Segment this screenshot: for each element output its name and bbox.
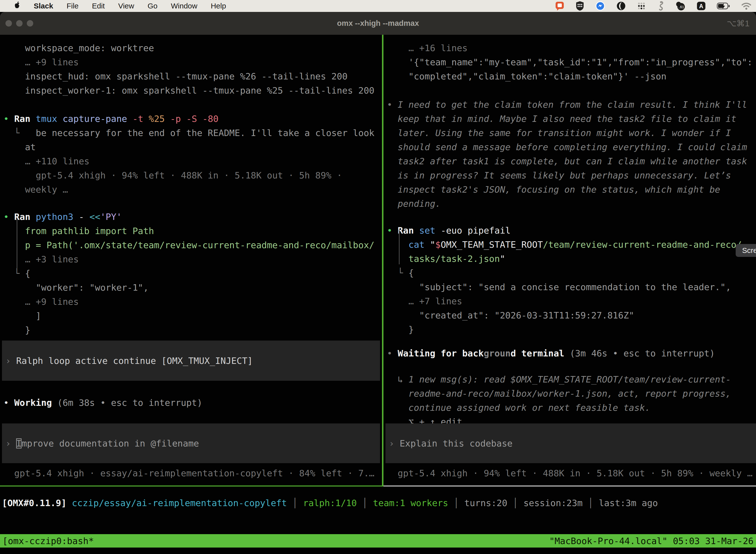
assistant-a-label: A <box>699 3 703 9</box>
terminal-line: p = Path('.omx/state/team/review-current… <box>3 238 375 252</box>
menu-app-name[interactable]: Slack <box>34 2 53 10</box>
terminal-line: inspect task2's JSON, focusing on the st… <box>387 182 747 197</box>
terminal-line: └ be necessary for the end of the README… <box>3 126 375 140</box>
shield-grid-icon[interactable] <box>575 1 584 11</box>
pane-worker-right[interactable]: … +16 lines '{"team_name":"my-team","tas… <box>383 35 756 520</box>
battery-icon[interactable] <box>717 2 730 10</box>
terminal-line: • I need to get the claim token from the… <box>387 98 747 112</box>
terminal-line: '{"team_name":"my-team","task_id":"1","f… <box>387 55 753 69</box>
window-titlebar: omx --xhigh --madmax ⌥⌘1 <box>0 12 756 35</box>
window-title: omx --xhigh --madmax <box>0 12 756 35</box>
terminal-line: ] <box>3 309 375 323</box>
right-prompt-input[interactable]: › Explain this codebase <box>385 424 756 463</box>
left-prompt-text: › Improve documentation in @filename <box>5 436 199 450</box>
seahorse-icon[interactable] <box>657 1 664 11</box>
terminal-line: gpt-5.4 xhigh · essay/ai-reimplementatio… <box>3 466 375 480</box>
terminal-line: … +3 lines <box>3 252 375 266</box>
left-pane-border <box>0 486 382 487</box>
terminal-line: … +16 lines <box>387 41 753 55</box>
terminal-line: pending. <box>387 197 747 211</box>
dark-crescent-icon[interactable] <box>616 1 626 11</box>
terminal-line: • Ran tmux capture-pane -t %25 -p -S -80 <box>3 112 375 126</box>
terminal-line: cat "$OMX_TEAM_STATE_ROOT/team/review-cu… <box>387 237 742 252</box>
terminal-line: • Waiting for background terminal (3m 46… <box>387 346 715 361</box>
right-gutter-line <box>399 230 399 264</box>
pane-hud-left[interactable]: workspace_mode: worktree … +9 lines insp… <box>0 35 382 520</box>
right-ran-cat-block: • Ran set -euo pipefail cat "$OMX_TEAM_S… <box>387 223 742 337</box>
menu-item-edit[interactable]: Edit <box>92 2 105 10</box>
terminal-line: [OMX#0.11.9] cczip/essay/ai-reimplementa… <box>2 496 658 510</box>
ralph-loop-text: › Ralph loop active continue [OMX_TMUX_I… <box>5 354 253 368</box>
menu-item-window[interactable]: Window <box>171 2 197 10</box>
tmux-host-clock: "MacBook-Pro-44.local" 05:03 31-Mar-26 <box>549 536 754 546</box>
terminal-line: weekly … <box>3 182 375 197</box>
tmux-status-bar: [omx-cczip0:bash* "MacBook-Pro-44.local"… <box>0 534 756 548</box>
window-shortcut-hint: ⌥⌘1 <box>727 12 750 35</box>
left-working-status: • Working (6m 38s • esc to interrupt) <box>3 396 202 410</box>
terminal-line: at <box>3 140 375 154</box>
right-prompt-text: › Explain this codebase <box>389 436 513 450</box>
terminal-line: • Working (6m 38s • esc to interrupt) <box>3 396 202 410</box>
terminal-line: } <box>387 322 742 337</box>
left-intro-lines: workspace_mode: worktree … +9 lines insp… <box>3 41 375 98</box>
left-ran-tmux-block: • Ran tmux capture-pane -t %25 -p -S -80… <box>3 112 375 197</box>
menu-status-icons: ..61 A <box>555 1 756 11</box>
terminal-line: • Ran set -euo pipefail <box>387 223 742 237</box>
chat-app-icon[interactable] <box>555 1 565 11</box>
terminal-line: ↳ 1 new msg(s): read $OMX_TEAM_STATE_ROO… <box>387 372 731 386</box>
assistant-a-icon[interactable]: A <box>696 1 706 11</box>
terminal-line: "completed","claim_token":"claim-token"}… <box>387 69 753 84</box>
terminal-line: from pathlib import Path <box>3 224 375 238</box>
menu-item-go[interactable]: Go <box>147 2 158 10</box>
right-new-msg-block: ↳ 1 new msg(s): read $OMX_TEAM_STATE_ROO… <box>387 372 731 429</box>
terminal-line: continue assigned work or next feasible … <box>387 401 731 415</box>
terminal-line: gpt-5.4 xhigh · 94% left · 488K in · 5.1… <box>387 466 753 480</box>
terminal-line: readme-and-reco/mailbox/worker-1.json, a… <box>387 386 731 401</box>
terminal-line: should send a message before completing … <box>387 140 747 154</box>
menu-item-file[interactable]: File <box>66 2 78 10</box>
screen: { "menu_bar": { "app": "Slack", "items":… <box>0 0 756 554</box>
right-claim-json-lines: … +16 lines '{"team_name":"my-team","tas… <box>387 41 753 84</box>
menu-items: FileEditViewGoWindowHelp <box>66 2 226 10</box>
terminal-line: … +9 lines <box>3 295 375 309</box>
ralph-loop-banner: › Ralph loop active continue [OMX_TMUX_I… <box>2 340 380 381</box>
timer-meter-label: ..61 <box>678 5 684 9</box>
terminal-line: tasks/task-2.json" <box>387 252 742 266</box>
messenger-bolt-icon[interactable] <box>595 1 605 11</box>
left-ran-python-block: • Ran python3 - <<'PY' from pathlib impo… <box>3 210 375 337</box>
terminal-line: "worker": "worker-1", <box>3 280 375 295</box>
menu-bar: Slack FileEditViewGoWindowHelp <box>0 0 756 12</box>
tmux-session-label: [omx-cczip0:bash* <box>2 536 94 546</box>
apple-logo-icon[interactable] <box>14 1 20 11</box>
timer-meter-icon[interactable]: ..61 <box>675 1 686 11</box>
terminal-line: gpt-5.4 xhigh · 94% left · 488K in · 5.1… <box>3 168 375 182</box>
terminal-line: "created_at": "2026-03-31T11:59:27.816Z" <box>387 308 742 322</box>
terminal-line: … +7 lines <box>387 294 742 308</box>
terminal-line: › Explain this codebase <box>389 436 513 450</box>
terminal-line: └ { <box>3 266 375 280</box>
terminal-area: workspace_mode: worktree … +9 lines insp… <box>0 35 756 554</box>
terminal-line: keep that in mind. Maybe I also need the… <box>387 112 747 126</box>
terminal-line: "subject": "send a concise recommendatio… <box>387 280 742 294</box>
terminal-line: workspace_mode: worktree <box>3 41 375 55</box>
menu-item-help[interactable]: Help <box>211 2 226 10</box>
terminal-line: later. Using the same for transition mig… <box>387 126 747 140</box>
right-model-statusline: gpt-5.4 xhigh · 94% left · 488K in · 5.1… <box>387 466 753 480</box>
left-prompt-input[interactable]: › Improve documentation in @filename <box>2 424 380 463</box>
screen-tooltip: Scre <box>736 244 756 257</box>
right-thinking-block: • I need to get the claim token from the… <box>387 98 747 211</box>
left-model-statusline: gpt-5.4 xhigh · essay/ai-reimplementatio… <box>3 466 375 480</box>
right-pane-border <box>383 486 756 487</box>
terminal-line: • Ran python3 - <<'PY' <box>3 210 375 224</box>
terminal-line: } <box>3 323 375 337</box>
menu-item-view[interactable]: View <box>118 2 134 10</box>
menu-left: Slack FileEditViewGoWindowHelp <box>0 1 226 11</box>
terminal-line: └ { <box>387 266 742 280</box>
wifi-icon[interactable] <box>741 2 752 10</box>
dots-grid-icon[interactable] <box>637 1 646 10</box>
terminal-line: task2 after task1 is complete, but can I… <box>387 154 747 168</box>
terminal-line: › Improve documentation in @filename <box>5 436 199 450</box>
terminal-line: … +110 lines <box>3 154 375 168</box>
terminal-line: › Ralph loop active continue [OMX_TMUX_I… <box>5 354 253 368</box>
terminal-line: inspect_hud: omx sparkshell --tmux-pane … <box>3 69 375 84</box>
